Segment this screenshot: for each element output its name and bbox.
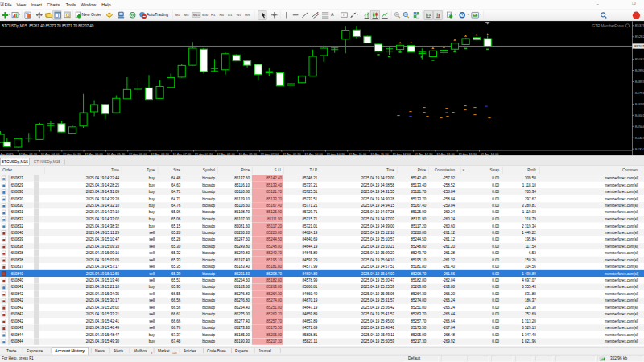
svg-text:84407.5: 84407.5 <box>635 136 644 140</box>
svg-text:84601.9: 84601.9 <box>635 113 644 117</box>
svg-text:GTR MemberForex: GTR MemberForex <box>592 24 625 28</box>
svg-text:84893.5: 84893.5 <box>635 80 644 84</box>
svg-text:84990.7: 84990.7 <box>635 68 644 72</box>
svg-text:85379.5: 85379.5 <box>635 23 644 27</box>
svg-text:85087.9: 85087.9 <box>635 57 644 61</box>
svg-text:84796.3: 84796.3 <box>635 91 644 95</box>
svg-text:84699.1: 84699.1 <box>635 102 644 106</box>
svg-text:84504.7: 84504.7 <box>635 125 644 129</box>
svg-text:BTCUSDp,M15 85261.40 85273.70: BTCUSDp,M15 85261.40 85273.70 85171.70 8… <box>2 24 94 28</box>
svg-text:85282.3: 85282.3 <box>635 35 644 39</box>
svg-text:84310.3: 84310.3 <box>635 147 644 151</box>
svg-text:T: T <box>342 13 345 17</box>
svg-text:85207.40: 85207.40 <box>634 44 644 48</box>
